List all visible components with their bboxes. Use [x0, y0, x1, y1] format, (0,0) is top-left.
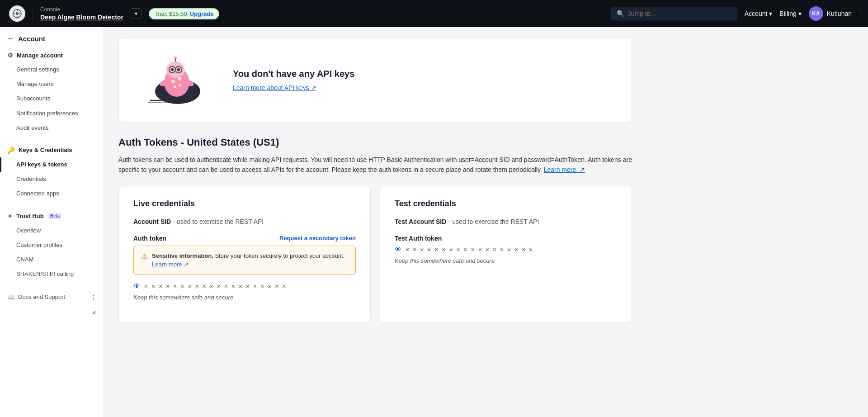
sidebar-section-manage-account: ⚙ Manage account General settings Manage…	[0, 48, 104, 135]
sidebar-back-button[interactable]: ← Account	[0, 27, 104, 46]
manage-account-label: Manage account	[17, 52, 63, 59]
sidebar-section-header-manage-account[interactable]: ⚙ Manage account	[0, 48, 104, 62]
live-token-mask: × × × × × × × × × × × × × × × × × × × ×	[144, 283, 287, 290]
sidebar-item-subaccounts[interactable]: Subaccounts	[0, 91, 104, 106]
svg-point-13	[177, 68, 180, 71]
account-sid-desc: - used to exercise the REST API	[173, 218, 264, 225]
billing-nav-item[interactable]: Billing ▾	[779, 10, 801, 17]
svg-point-1	[16, 12, 19, 15]
collapse-section: «	[0, 305, 104, 320]
app-dropdown-button[interactable]: ▾	[131, 8, 142, 19]
sidebar-item-connected-apps[interactable]: Connected apps	[0, 186, 104, 201]
sidebar-divider-3	[0, 285, 104, 285]
test-account-sid-field: Test Account SID - used to exercise the …	[395, 218, 617, 226]
test-auth-token-label: Test Auth token	[395, 235, 442, 242]
auth-token-label: Auth token	[133, 235, 166, 242]
test-token-row: 👁 × × × × × × × × × × × × × × × × × ×	[395, 246, 617, 254]
keys-credentials-label: Keys & Credentials	[19, 147, 72, 153]
sidebar-item-cnam[interactable]: CNAM	[0, 252, 104, 267]
beta-badge: Beta	[48, 213, 62, 219]
test-token-safe-text: Keep this somewhere safe and secure	[395, 257, 617, 264]
user-menu[interactable]: KA Kutluhan ▾	[809, 6, 859, 21]
gear-icon: ⚙	[7, 52, 13, 59]
upgrade-link[interactable]: Upgrade	[190, 10, 214, 17]
topnav-right: Account ▾ Billing ▾ KA Kutluhan ▾	[745, 6, 859, 21]
docs-label: Docs and Support	[18, 294, 65, 300]
user-avatar: KA	[809, 6, 823, 21]
test-card-title: Test credentials	[395, 199, 617, 208]
sidebar-docs-support[interactable]: 📖 Docs and Support ⋮	[0, 289, 104, 305]
svg-point-17	[178, 77, 181, 81]
test-credentials-card: Test credentials Test Account SID - used…	[380, 186, 632, 323]
back-arrow-icon: ←	[7, 34, 14, 43]
sidebar-item-audit-events[interactable]: Audit events	[0, 121, 104, 135]
alert-text-content: Sensitive information. Store your token …	[152, 251, 344, 269]
search-icon: 🔍	[617, 10, 624, 17]
trial-badge: Trial: $15.50 Upgrade	[149, 8, 220, 19]
test-account-sid-label: Test Account SID	[395, 218, 446, 225]
token-visibility-toggle[interactable]: 👁	[133, 282, 141, 290]
empty-state-title: You don't have any API keys	[233, 69, 354, 79]
sidebar-item-api-keys-tokens[interactable]: API keys & tokens	[0, 157, 104, 172]
sidebar-item-overview[interactable]: Overview	[0, 223, 104, 238]
sidebar-item-notification-preferences[interactable]: Notification preferences	[0, 106, 104, 121]
warning-icon: ⚠	[141, 252, 147, 261]
sidebar-section-trust-hub: ✦ Trust Hub Beta Overview Customer profi…	[0, 209, 104, 282]
search-input[interactable]	[628, 10, 731, 17]
test-auth-token-row: Test Auth token	[395, 235, 617, 242]
nav-divider	[33, 6, 33, 21]
request-secondary-token-link[interactable]: Request a secondary token	[279, 235, 356, 242]
docs-icon: 📖	[7, 294, 14, 300]
trust-hub-label: Trust Hub	[16, 213, 44, 219]
test-token-mask: × × × × × × × × × × × × × × × × × ×	[406, 246, 533, 253]
main-layout: ← Account ⚙ Manage account General setti…	[0, 27, 868, 417]
search-bar[interactable]: 🔍	[611, 7, 737, 20]
live-credentials-card: Live credentials Account SID - used to e…	[118, 186, 371, 323]
sidebar-section-header-keys[interactable]: 🔑 Keys & Credentials	[0, 143, 104, 157]
key-icon: 🔑	[7, 147, 15, 154]
alert-learn-more-link[interactable]: Learn more ↗	[152, 261, 189, 268]
live-token-row: 👁 × × × × × × × × × × × × × × × × × × × …	[133, 282, 356, 290]
account-nav-item[interactable]: Account ▾	[745, 10, 773, 17]
sidebar-item-shaken-stir[interactable]: SHAKEN/STIR calling	[0, 267, 104, 281]
user-name: Kutluhan	[827, 10, 852, 17]
collapse-icon[interactable]: «	[92, 308, 96, 317]
credentials-grid: Live credentials Account SID - used to e…	[118, 186, 632, 323]
sidebar: ← Account ⚙ Manage account General setti…	[0, 27, 104, 417]
account-sid-label: Account SID	[133, 218, 171, 225]
sidebar-section-keys-credentials: 🔑 Keys & Credentials API keys & tokens C…	[0, 143, 104, 201]
sidebar-back-label: Account	[18, 35, 45, 43]
account-sid-field: Account SID - used to exercise the REST …	[133, 218, 356, 226]
console-label: Console	[40, 6, 123, 13]
learn-more-api-keys-link[interactable]: Learn more about API keys ↗	[233, 84, 316, 91]
sidebar-item-general-settings[interactable]: General settings	[0, 62, 104, 77]
sidebar-divider-2	[0, 205, 104, 205]
trust-hub-icon: ✦	[7, 213, 13, 220]
live-token-safe-text: Keep this somewhere safe and secure	[133, 294, 356, 301]
sidebar-item-customer-profiles[interactable]: Customer profiles	[0, 238, 104, 252]
sidebar-section-header-trust-hub[interactable]: ✦ Trust Hub Beta	[0, 209, 104, 223]
app-logo[interactable]	[9, 5, 25, 22]
auth-token-field: Auth token Request a secondary token ⚠ S…	[133, 235, 356, 301]
test-auth-token-field: Test Auth token 👁 × × × × × × × × × × × …	[395, 235, 617, 264]
sidebar-divider-1	[0, 139, 104, 139]
sidebar-item-credentials[interactable]: Credentials	[0, 172, 104, 186]
app-name[interactable]: Deep Algae Bloom Detector	[40, 14, 123, 21]
svg-point-15	[174, 57, 177, 59]
docs-more-icon[interactable]: ⋮	[90, 294, 96, 300]
auth-tokens-learn-more-link[interactable]: Learn more. ↗	[544, 166, 585, 173]
empty-state-text: You don't have any API keys Learn more a…	[233, 69, 354, 92]
auth-tokens-title: Auth Tokens - United States (US1)	[118, 137, 632, 148]
svg-point-12	[171, 68, 174, 71]
main-content: You don't have any API keys Learn more a…	[104, 27, 868, 417]
sidebar-item-manage-users[interactable]: Manage users	[0, 77, 104, 91]
svg-point-18	[174, 85, 176, 88]
svg-point-16	[171, 80, 175, 83]
test-account-sid-desc: - used to exercise the REST API	[448, 218, 539, 225]
trial-text: Trial: $15.50	[155, 10, 187, 17]
test-token-visibility-toggle[interactable]: 👁	[395, 246, 402, 254]
docs-left: 📖 Docs and Support	[7, 294, 65, 300]
content-inner: You don't have any API keys Learn more a…	[104, 27, 646, 334]
sensitive-info-alert: ⚠ Sensitive information. Store your toke…	[133, 246, 356, 275]
auth-tokens-desc: Auth tokens can be used to authenticate …	[118, 155, 632, 175]
